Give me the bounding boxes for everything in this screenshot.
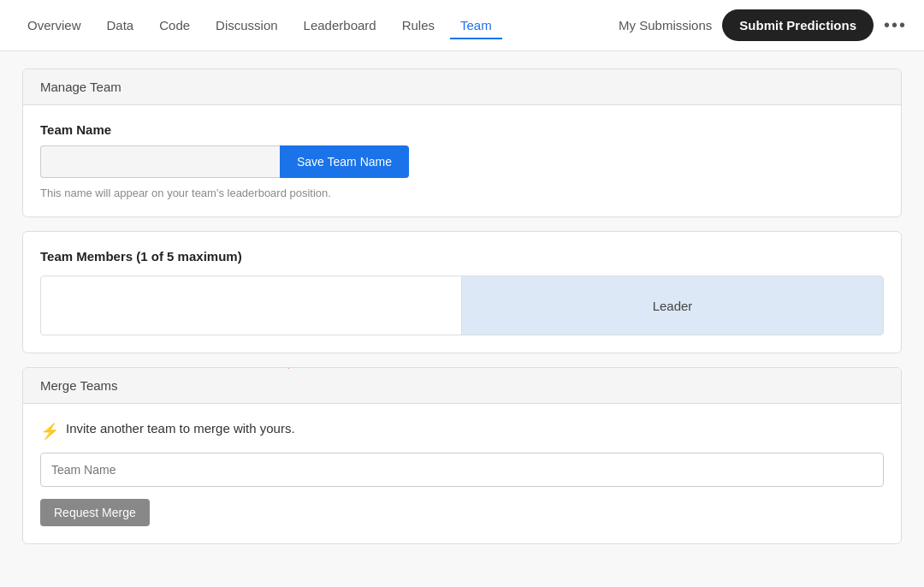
merge-teams-header: Merge Teams: [23, 368, 901, 404]
manage-team-header: Manage Team: [23, 69, 901, 105]
request-merge-button[interactable]: Request Merge: [40, 499, 150, 526]
more-options-button[interactable]: •••: [884, 15, 907, 35]
team-name-label: Team Name: [40, 122, 884, 137]
nav-leaderboard[interactable]: Leaderboard: [293, 11, 387, 39]
merge-invite-text: Invite another team to merge with yours.: [66, 421, 295, 436]
nav-rules[interactable]: Rules: [392, 11, 445, 39]
nav-overview[interactable]: Overview: [17, 11, 92, 39]
team-name-row: Save Team Name: [40, 145, 884, 178]
members-grid: Leader: [40, 276, 884, 335]
my-submissions-link[interactable]: My Submissions: [619, 18, 712, 33]
nav-data[interactable]: Data: [97, 11, 145, 39]
team-members-body: Team Members (1 of 5 maximum) Leader: [23, 232, 901, 353]
manage-team-body: Team Name Save Team Name This name will …: [23, 105, 901, 216]
team-name-hint: This name will appear on your team's lea…: [40, 187, 884, 199]
merge-team-name-input[interactable]: [40, 453, 884, 487]
team-name-input[interactable]: [40, 145, 280, 178]
nav-code[interactable]: Code: [149, 11, 200, 39]
nav-discussion[interactable]: Discussion: [205, 11, 288, 39]
submit-predictions-button[interactable]: Submit Predictions: [722, 9, 874, 41]
save-team-name-button[interactable]: Save Team Name: [280, 145, 409, 178]
merge-teams-card: Merge Teams ⚡ Invite another team to mer…: [22, 367, 902, 544]
top-nav: Overview Data Code Discussion Leaderboar…: [0, 0, 924, 51]
manage-team-card: Manage Team Team Name Save Team Name Thi…: [22, 68, 902, 217]
leader-label: Leader: [653, 299, 693, 313]
team-members-label: Team Members (1 of 5 maximum): [40, 249, 884, 264]
team-members-card: Team Members (1 of 5 maximum) Leader: [22, 231, 902, 353]
leader-cell: Leader: [462, 276, 883, 335]
merge-teams-body: ⚡ Invite another team to merge with your…: [23, 404, 901, 543]
nav-team[interactable]: Team: [450, 11, 502, 39]
main-content: Manage Team Team Name Save Team Name Thi…: [9, 68, 915, 544]
member-cell-empty: [41, 276, 462, 335]
nav-right: My Submissions Submit Predictions •••: [619, 9, 907, 41]
merge-icon: ⚡: [40, 422, 59, 441]
nav-links: Overview Data Code Discussion Leaderboar…: [17, 11, 502, 39]
merge-invite-row: ⚡ Invite another team to merge with your…: [40, 421, 884, 441]
